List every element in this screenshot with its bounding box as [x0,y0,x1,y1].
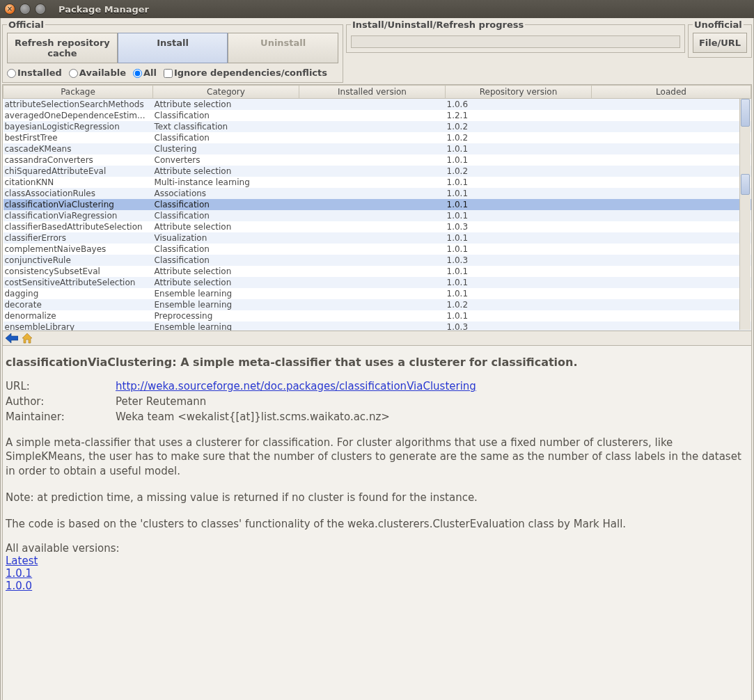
table-row[interactable]: cascadeKMeansClustering1.0.1 [3,143,751,154]
window-maximize-button[interactable] [35,3,46,15]
version-link[interactable]: Latest [6,555,747,567]
detail-paragraph: Note: at prediction time, a missing valu… [6,491,747,504]
radio-installed[interactable]: Installed [7,67,62,78]
table-row[interactable]: decorateEnsemble learning1.0.2 [3,299,751,310]
table-row[interactable]: attributeSelectionSearchMethodsAttribute… [3,99,751,110]
table-row[interactable]: denormalizePreprocessing1.0.1 [3,310,751,321]
install-button[interactable]: Install [118,33,228,63]
version-link[interactable]: 1.0.0 [6,580,747,592]
table-row[interactable]: averagedOneDependenceEstim...Classificat… [3,110,751,121]
uninstall-button[interactable]: Uninstall [228,33,338,63]
table-row[interactable]: costSensitiveAttributeSelectionAttribute… [3,277,751,288]
radio-available[interactable]: Available [69,67,126,78]
window-minimize-button[interactable] [19,3,31,15]
detail-paragraph: The code is based on the 'clusters to cl… [6,517,747,531]
table-row[interactable]: classAssociationRulesAssociations1.0.1 [3,188,751,199]
detail-nav [2,331,752,346]
table-row[interactable]: chiSquaredAttributeEvalAttribute selecti… [3,166,751,177]
col-loaded[interactable]: Loaded [592,86,751,99]
col-category[interactable]: Category [153,86,299,99]
back-icon[interactable] [6,333,18,344]
table-row[interactable]: citationKNNMulti-instance learning1.0.1 [3,177,751,188]
detail-paragraph: A simple meta-classifier that uses a clu… [6,436,747,478]
table-row[interactable]: cassandraConvertersConverters1.0.1 [3,154,751,166]
maintainer-value: Weka team <wekalist{[at]}list.scms.waika… [116,411,390,423]
package-url-link[interactable]: http://weka.sourceforge.net/doc.packages… [116,380,476,392]
home-icon[interactable] [21,333,33,344]
detail-heading: classificationViaClustering: A simple me… [6,356,747,369]
ignore-dependencies-checkbox[interactable]: Ignore dependencies/conflicts [164,67,327,78]
progress-bar [351,35,680,48]
table-row[interactable]: daggingEnsemble learning1.0.1 [3,288,751,299]
unofficial-legend: Unofficial [693,19,744,30]
table-scrollbar[interactable] [739,99,751,330]
version-link[interactable]: 1.0.1 [6,567,747,580]
col-repo[interactable]: Repository version [446,86,592,99]
table-row[interactable]: complementNaiveBayesClassification1.0.1 [3,244,751,255]
unofficial-panel: Unofficial File/URL [688,19,752,58]
refresh-button[interactable]: Refresh repository cache [7,33,118,63]
table-row[interactable]: classifierBasedAttributeSelectionAttribu… [3,221,751,232]
official-legend: Official [7,19,45,30]
scrollbar-thumb[interactable] [741,174,750,195]
scrollbar-thumb[interactable] [741,99,750,127]
table-row[interactable]: classifierErrorsVisualization1.0.1 [3,232,751,244]
author-value: Peter Reutemann [116,395,206,408]
official-panel: Official Refresh repository cache Instal… [2,19,343,83]
author-label: Author: [6,395,116,408]
file-url-button[interactable]: File/URL [693,33,747,53]
window-titlebar: × Package Manager [0,0,754,18]
table-row[interactable]: conjunctiveRuleClassification1.0.3 [3,255,751,266]
package-table[interactable]: Package Category Installed version Repos… [2,84,752,331]
progress-panel: Install/Uninstall/Refresh progress [346,19,685,53]
table-row[interactable]: bayesianLogisticRegressionText classific… [3,121,751,132]
radio-all[interactable]: All [133,67,157,78]
url-label: URL: [6,380,116,392]
table-row[interactable]: classificationViaRegressionClassificatio… [3,210,751,221]
col-installed[interactable]: Installed version [299,86,446,99]
detail-pane: classificationViaClustering: A simple me… [2,346,752,700]
versions-label: All available versions: [6,542,747,555]
table-header-row: Package Category Installed version Repos… [3,86,751,99]
col-package[interactable]: Package [3,86,153,99]
window-close-button[interactable]: × [4,3,15,15]
maintainer-label: Maintainer: [6,411,116,423]
window-title: Package Manager [58,4,149,15]
table-row[interactable]: consistencySubsetEvalAttribute selection… [3,266,751,277]
progress-legend: Install/Uninstall/Refresh progress [351,19,525,30]
table-row[interactable]: bestFirstTreeClassification1.0.2 [3,132,751,143]
table-row[interactable]: classificationViaClusteringClassificatio… [3,199,751,210]
table-row[interactable]: ensembleLibraryEnsemble learning1.0.3 [3,321,751,332]
